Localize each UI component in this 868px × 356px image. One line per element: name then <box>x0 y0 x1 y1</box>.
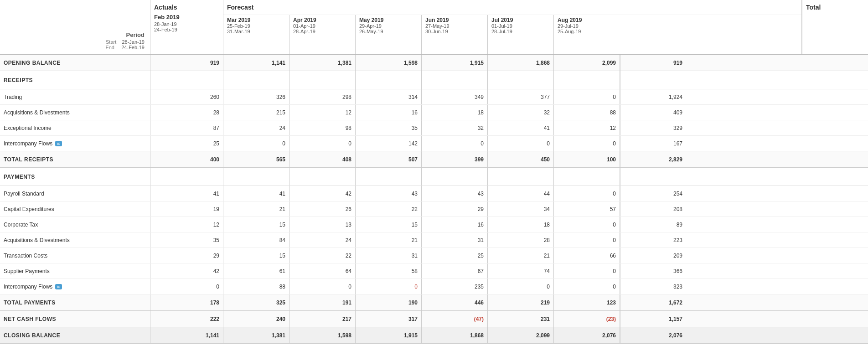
opening-balance-label: OPENING BALANCE <box>0 55 150 71</box>
trading-row: Trading 260 326 298 314 349 377 0 1,924 <box>0 89 868 105</box>
corporate-tax-row: Corporate Tax 12 15 13 15 16 18 0 89 <box>0 217 868 232</box>
period-label: Period <box>105 31 145 38</box>
period-aug-header: Aug 2019 29-Jul-19 25-Aug-19 <box>554 15 620 54</box>
intercompany-receipts-row: Intercompany Flows ic 25 0 0 142 0 0 0 1… <box>0 136 868 151</box>
period-apr-header: Apr 2019 01-Apr-19 28-Apr-19 <box>289 15 356 54</box>
period-start-label: Start 28-Jan-19 <box>105 39 145 45</box>
opening-balance-row: OPENING BALANCE 919 1,141 1,381 1,598 1,… <box>0 55 868 71</box>
actuals-header: Actuals Feb 2019 28-Jan-19 24-Feb-19 <box>150 0 223 54</box>
trading-label: Trading <box>0 89 150 104</box>
intercompany-payments-icon: ic <box>55 284 62 289</box>
acquisitions-receipts-row: Acquisitions & Divestments 28 215 12 16 … <box>0 105 868 120</box>
intercompany-receipts-label: Intercompany Flows ic <box>0 136 150 151</box>
exceptional-income-row: Exceptional Income 87 24 98 35 32 41 12 … <box>0 120 868 136</box>
net-cash-flows-row: NET CASH FLOWS 222 240 217 317 (47) 231 … <box>0 311 868 327</box>
closing-balance-row: CLOSING BALANCE 1,141 1,381 1,598 1,915 … <box>0 327 868 344</box>
total-payments-row: TOTAL PAYMENTS 178 325 191 190 446 219 1… <box>0 294 868 311</box>
total-receipts-row: TOTAL RECEIPTS 400 565 408 507 399 450 1… <box>0 151 868 168</box>
period-mar-header: Mar 2019 25-Feb-19 31-Mar-19 <box>223 15 289 54</box>
supplier-payments-row: Supplier Payments 42 61 64 58 67 74 0 36… <box>0 263 868 279</box>
intercompany-payments-label: Intercompany Flows ic <box>0 279 150 294</box>
opening-balance-actuals: 919 <box>150 55 223 71</box>
intercompany-receipts-icon: ic <box>55 141 62 146</box>
cash-flow-table: Period Start 28-Jan-19 End 24-Feb-19 Act… <box>0 0 868 356</box>
period-may-header: May 2019 29-Apr-19 26-May-19 <box>356 15 422 54</box>
acquisitions-payments-row: Acquisitions & Divestments 35 84 24 21 3… <box>0 232 868 248</box>
payments-section-header: PAYMENTS <box>0 168 868 186</box>
forecast-header-label: Forecast <box>223 0 801 15</box>
payroll-standard-row: Payroll Standard 41 41 42 43 43 44 0 254 <box>0 186 868 201</box>
receipts-section-header: RECEIPTS <box>0 71 868 89</box>
period-header: Period Start 28-Jan-19 End 24-Feb-19 <box>0 0 150 54</box>
transaction-costs-row: Transaction Costs 29 15 22 31 25 21 66 2… <box>0 248 868 263</box>
total-header: Total <box>802 0 868 54</box>
period-jun-header: Jun 2019 27-May-19 30-Jun-19 <box>422 15 488 54</box>
intercompany-payments-row: Intercompany Flows ic 0 88 0 0 235 0 0 3… <box>0 279 868 294</box>
period-jul-header: Jul 2019 01-Jul-19 28-Jul-19 <box>488 15 554 54</box>
period-end-label: End 24-Feb-19 <box>105 45 145 50</box>
receipts-label: RECEIPTS <box>0 71 150 89</box>
capital-expenditures-row: Capital Expenditures 19 21 26 22 29 34 5… <box>0 201 868 217</box>
